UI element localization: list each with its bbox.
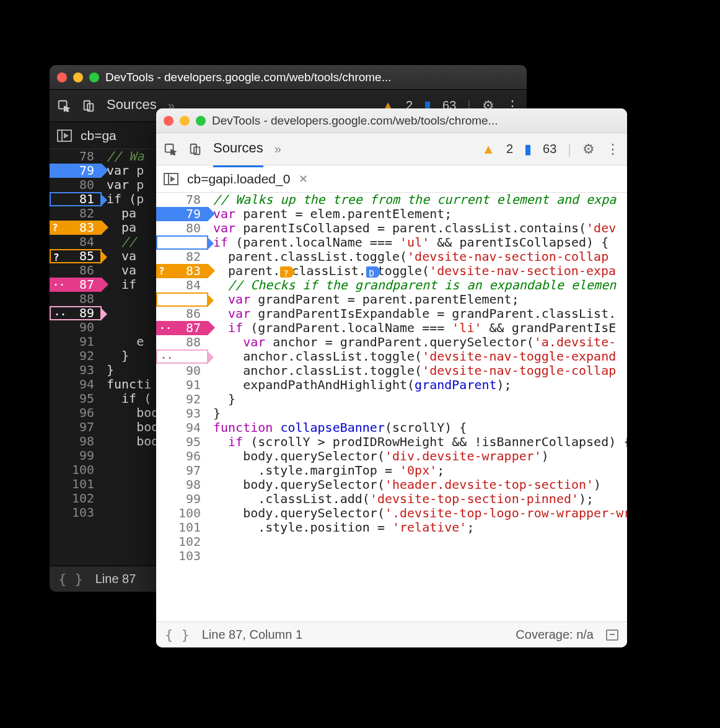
more-tabs-icon[interactable]: »: [274, 142, 281, 156]
collapse-drawer-icon[interactable]: [606, 629, 618, 641]
tab-sources[interactable]: Sources: [107, 97, 157, 115]
pretty-print-icon[interactable]: { }: [165, 627, 190, 642]
tab-sources[interactable]: Sources: [213, 140, 263, 159]
cursor-position: Line 87: [95, 572, 136, 586]
minimize-icon[interactable]: [73, 72, 83, 82]
message-icon[interactable]: ▮: [524, 141, 532, 157]
window-title: DevTools - developers.google.com/web/too…: [212, 114, 620, 128]
warning-count: 2: [506, 142, 513, 156]
zoom-icon[interactable]: [89, 72, 99, 82]
inspect-icon[interactable]: [57, 99, 71, 113]
show-navigator-icon[interactable]: [57, 129, 72, 142]
panel-tabs: Sources » ▲ 2 ▮ 63 | ⚙ ⋮: [156, 133, 627, 165]
titlebar: DevTools - developers.google.com/web/too…: [156, 108, 627, 133]
source-pane[interactable]: // Walks up the tree from the current el…: [204, 193, 627, 621]
device-icon[interactable]: [82, 99, 95, 113]
file-name[interactable]: cb=ga: [81, 128, 116, 143]
svg-marker-5: [64, 134, 68, 138]
code-editor[interactable]: 7879808182?8384?8586..8788..899091929394…: [156, 193, 627, 621]
close-icon[interactable]: [164, 116, 173, 126]
message-count: 63: [543, 142, 556, 156]
status-bar: { } Line 87, Column 1 Coverage: n/a: [156, 621, 627, 647]
gear-icon[interactable]: ⚙: [582, 141, 595, 157]
titlebar: DevTools - developers.google.com/web/too…: [50, 65, 527, 90]
zoom-icon[interactable]: [196, 116, 206, 126]
show-navigator-icon[interactable]: [164, 173, 178, 185]
cursor-position: Line 87, Column 1: [202, 628, 302, 642]
line-gutter[interactable]: 7879808182?8384?8586..8788..899091929394…: [50, 149, 98, 566]
inspect-icon[interactable]: [164, 143, 177, 156]
devtools-window-light: DevTools - developers.google.com/web/too…: [156, 108, 627, 647]
close-tab-icon[interactable]: ✕: [299, 172, 308, 186]
svg-marker-11: [171, 177, 174, 181]
coverage-label: Coverage: n/a: [516, 628, 594, 642]
close-icon[interactable]: [57, 72, 67, 82]
pretty-print-icon[interactable]: { }: [58, 571, 83, 587]
window-title: DevTools - developers.google.com/web/too…: [105, 71, 519, 84]
file-name[interactable]: cb=gapi.loaded_0: [187, 172, 290, 186]
warning-icon[interactable]: ▲: [481, 141, 495, 157]
traffic-lights: [57, 72, 99, 82]
minimize-icon[interactable]: [180, 116, 190, 126]
line-gutter[interactable]: 7879808182?8384?8586..8788..899091929394…: [156, 193, 204, 621]
file-tab-row: cb=gapi.loaded_0 ✕: [156, 165, 627, 193]
kebab-icon[interactable]: ⋮: [606, 141, 620, 157]
traffic-lights: [164, 116, 206, 126]
device-icon[interactable]: [188, 143, 202, 156]
